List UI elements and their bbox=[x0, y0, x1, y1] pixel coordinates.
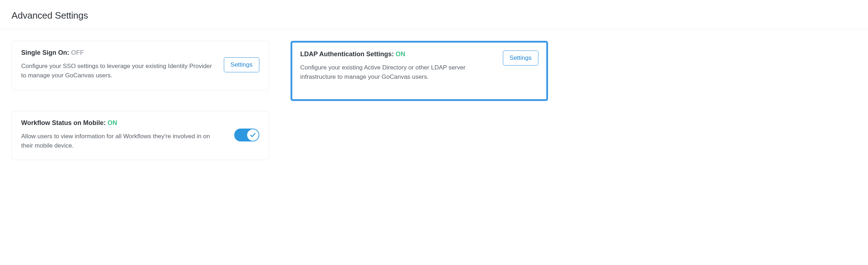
page-title: Advanced Settings bbox=[11, 10, 857, 21]
card-ldap-main: LDAP Authentication Settings: ON Configu… bbox=[300, 50, 494, 82]
ldap-settings-button[interactable]: Settings bbox=[503, 50, 538, 66]
card-workflow-title: Workflow Status on Mobile: ON bbox=[21, 119, 226, 127]
card-ldap-title-prefix: LDAP Authentication Settings: bbox=[300, 50, 396, 58]
workflow-toggle[interactable] bbox=[234, 129, 259, 141]
card-sso-status: OFF bbox=[71, 49, 84, 56]
card-sso-description: Configure your SSO settings to leverage … bbox=[21, 62, 215, 81]
card-sso-main: Single Sign On: OFF Configure your SSO s… bbox=[21, 49, 215, 81]
card-sso: Single Sign On: OFF Configure your SSO s… bbox=[11, 41, 269, 90]
card-sso-action: Settings bbox=[224, 57, 259, 72]
card-workflow: Workflow Status on Mobile: ON Allow user… bbox=[11, 111, 269, 160]
card-workflow-description: Allow users to view information for all … bbox=[21, 132, 215, 151]
page-header: Advanced Settings bbox=[0, 0, 868, 29]
card-sso-title-prefix: Single Sign On: bbox=[21, 49, 71, 56]
card-ldap-title: LDAP Authentication Settings: ON bbox=[300, 50, 494, 58]
card-workflow-status: ON bbox=[108, 119, 117, 126]
card-sso-title: Single Sign On: OFF bbox=[21, 49, 215, 57]
card-ldap-description: Configure your existing Active Directory… bbox=[300, 63, 494, 82]
card-ldap: LDAP Authentication Settings: ON Configu… bbox=[291, 41, 548, 101]
card-ldap-status: ON bbox=[396, 50, 405, 58]
card-workflow-main: Workflow Status on Mobile: ON Allow user… bbox=[21, 119, 226, 151]
check-icon bbox=[250, 132, 256, 138]
card-workflow-title-prefix: Workflow Status on Mobile: bbox=[21, 119, 108, 126]
workflow-toggle-knob bbox=[247, 129, 259, 141]
card-workflow-action bbox=[234, 129, 259, 141]
sso-settings-button[interactable]: Settings bbox=[224, 57, 259, 72]
settings-cards-grid: Single Sign On: OFF Configure your SSO s… bbox=[0, 29, 560, 172]
card-ldap-action: Settings bbox=[503, 50, 538, 66]
